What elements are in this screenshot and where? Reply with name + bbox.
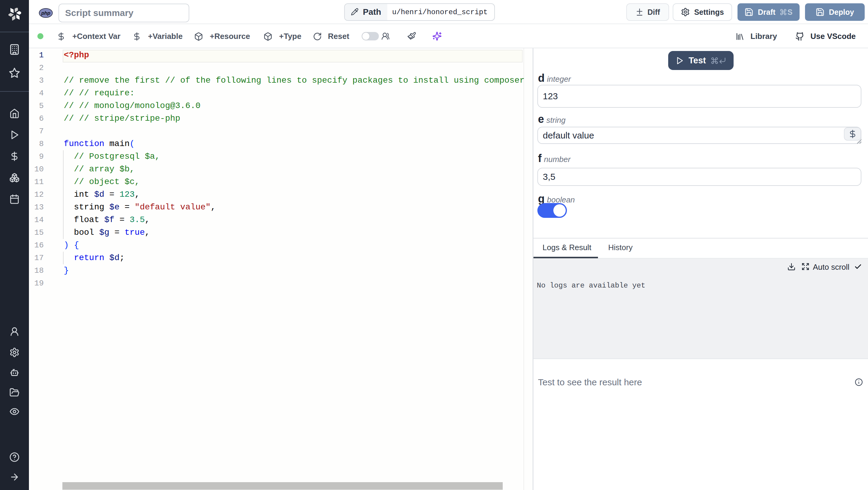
svg-text:php: php: [41, 10, 50, 16]
